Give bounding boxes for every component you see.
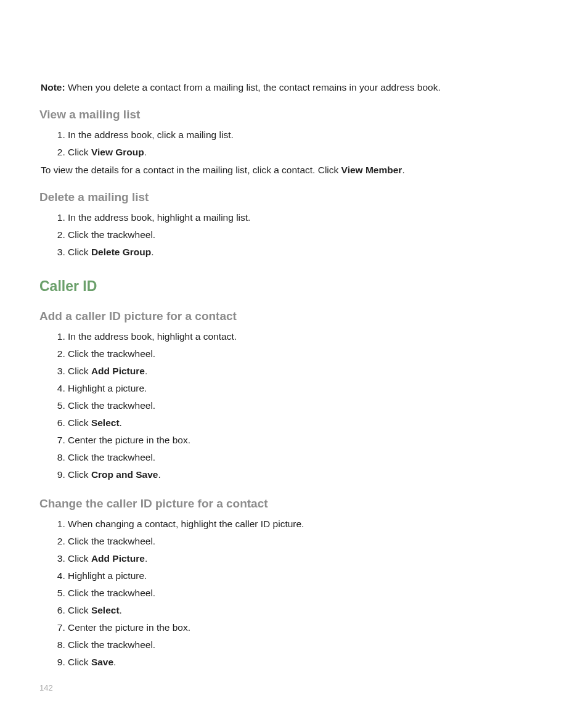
list-item: Click the trackwheel. — [68, 228, 549, 242]
step-text: When changing a contact, highlight the c… — [68, 519, 304, 529]
step-post: . — [144, 147, 147, 157]
step-text: Click — [68, 417, 91, 428]
step-text: Center the picture in the box. — [68, 435, 190, 445]
list-item: Click Add Picture. — [68, 551, 549, 566]
step-text: Click the trackwheel. — [68, 400, 155, 411]
change-caller-steps: When changing a contact, highlight the c… — [39, 517, 549, 670]
view-mailing-after: To view the details for a contact in the… — [41, 165, 549, 176]
step-text: Click the trackwheel. — [68, 536, 155, 546]
list-item: Click the trackwheel. — [68, 398, 549, 413]
heading-change-caller: Change the caller ID picture for a conta… — [39, 497, 549, 511]
view-mailing-steps: In the address book, click a mailing lis… — [39, 128, 549, 160]
list-item: Click Delete Group. — [68, 245, 549, 260]
after-post: . — [402, 165, 404, 175]
heading-view-mailing: View a mailing list — [39, 108, 549, 121]
heading-caller-id: Caller ID — [39, 278, 549, 295]
step-text: Highlight a picture. — [68, 570, 147, 581]
step-post: . — [145, 366, 147, 376]
step-bold: View Group — [91, 147, 144, 157]
list-item: In the address book, highlight a mailing… — [68, 210, 549, 225]
list-item: Click Select. — [68, 603, 549, 618]
step-bold: Delete Group — [91, 247, 151, 257]
list-item: In the address book, highlight a contact… — [68, 329, 549, 344]
delete-mailing-steps: In the address book, highlight a mailing… — [39, 210, 549, 260]
list-item: Click Crop and Save. — [68, 467, 549, 482]
step-bold: Save — [91, 657, 113, 667]
list-item: Click Add Picture. — [68, 364, 549, 379]
step-text: Click — [68, 553, 91, 564]
step-text: Click the trackwheel. — [68, 229, 155, 240]
step-bold: Add Picture — [91, 553, 145, 564]
step-post: . — [120, 605, 122, 615]
step-text: Click — [68, 605, 91, 615]
list-item: Center the picture in the box. — [68, 620, 549, 635]
step-text: Click — [68, 247, 91, 257]
page: Note: When you delete a contact from a m… — [0, 0, 588, 706]
list-item: Click the trackwheel. — [68, 347, 549, 361]
after-bold: View Member — [341, 165, 402, 175]
list-item: Highlight a picture. — [68, 568, 549, 583]
after-pre: To view the details for a contact in the… — [41, 165, 341, 175]
heading-delete-mailing: Delete a mailing list — [39, 191, 549, 204]
note-label: Note: — [41, 82, 65, 92]
step-text: Click — [68, 147, 91, 157]
list-item: Click the trackwheel. — [68, 586, 549, 601]
step-text: In the address book, highlight a contact… — [68, 331, 237, 342]
step-text: Click the trackwheel. — [68, 348, 155, 359]
note-block: Note: When you delete a contact from a m… — [41, 82, 549, 93]
step-bold: Add Picture — [91, 366, 145, 376]
step-text: Click the trackwheel. — [68, 639, 155, 650]
step-bold: Select — [91, 605, 120, 615]
list-item: Click Save. — [68, 655, 549, 670]
step-post: . — [113, 657, 116, 667]
note-text-content: When you delete a contact from a mailing… — [68, 82, 441, 92]
step-text: Highlight a picture. — [68, 383, 147, 393]
step-text: Click the trackwheel. — [68, 452, 155, 462]
step-post: . — [158, 469, 160, 480]
list-item: When changing a contact, highlight the c… — [68, 517, 549, 532]
list-item: Highlight a picture. — [68, 381, 549, 396]
list-item: Click the trackwheel. — [68, 450, 549, 465]
step-text: In the address book, click a mailing lis… — [68, 129, 234, 140]
step-text: In the address book, highlight a mailing… — [68, 212, 250, 223]
step-text: Click — [68, 469, 91, 480]
step-post: . — [151, 247, 153, 257]
list-item: Click Select. — [68, 416, 549, 430]
step-text: Center the picture in the box. — [68, 622, 190, 633]
step-text: Click — [68, 657, 91, 667]
step-text: Click the trackwheel. — [68, 588, 155, 598]
step-post: . — [145, 553, 147, 564]
step-bold: Crop and Save — [91, 469, 158, 480]
heading-add-caller: Add a caller ID picture for a contact — [39, 310, 549, 323]
list-item: Center the picture in the box. — [68, 433, 549, 448]
step-post: . — [120, 417, 122, 428]
step-bold: Select — [91, 417, 120, 428]
list-item: In the address book, click a mailing lis… — [68, 128, 549, 142]
page-number: 142 — [39, 683, 53, 692]
list-item: Click the trackwheel. — [68, 638, 549, 652]
add-caller-steps: In the address book, highlight a contact… — [39, 329, 549, 482]
list-item: Click View Group. — [68, 145, 549, 160]
step-text: Click — [68, 366, 91, 376]
list-item: Click the trackwheel. — [68, 534, 549, 549]
